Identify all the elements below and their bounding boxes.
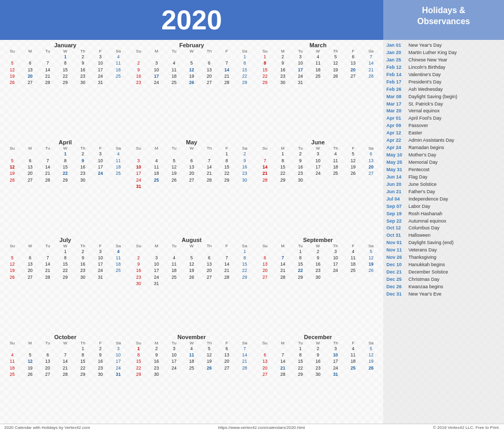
cal-day: 2	[130, 60, 148, 66]
holiday-name: Father's Day	[408, 188, 435, 196]
cal-day: 9	[74, 157, 91, 164]
cal-day: 19	[3, 170, 22, 176]
cal-day: 19	[183, 73, 200, 79]
cal-day: 21	[256, 170, 274, 176]
cal-day: 23	[309, 267, 327, 274]
cal-day: 5	[183, 255, 200, 261]
day-header-w: W	[183, 341, 200, 345]
month-table-june: SuMTuWThFSa12345678910111213141516171819…	[256, 146, 380, 183]
cal-day: 7	[218, 60, 235, 66]
holiday-item: Feb 14Valentine's Day	[386, 71, 501, 79]
day-header-f: F	[92, 146, 109, 151]
cal-day: 19	[362, 261, 380, 267]
cal-day	[256, 151, 274, 157]
cal-day: 4	[165, 60, 183, 66]
cal-day: 16	[274, 67, 291, 73]
cal-day: 12	[3, 67, 22, 73]
cal-day: 18	[344, 261, 362, 267]
day-header-w: W	[183, 49, 200, 54]
cal-day: 6	[22, 60, 39, 66]
cal-day: 20	[201, 267, 218, 274]
cal-day: 19	[201, 358, 218, 364]
cal-day	[92, 177, 109, 183]
cal-day: 22	[57, 73, 74, 79]
cal-day: 1	[236, 54, 254, 60]
cal-day	[109, 177, 128, 183]
cal-day: 5	[3, 255, 22, 261]
day-header-su: Su	[256, 244, 274, 248]
cal-day: 17	[291, 67, 309, 73]
holiday-name: Valentine's Day	[408, 71, 441, 79]
holiday-name: Flag Day	[408, 174, 427, 181]
cal-day: 30	[309, 371, 327, 377]
holiday-name: Mother's Day	[408, 152, 436, 159]
holiday-name: Daylight Saving (end)	[408, 239, 454, 247]
cal-day	[309, 177, 327, 183]
cal-day: 5	[3, 157, 22, 164]
cal-day: 21	[236, 358, 254, 364]
day-header-m: M	[22, 49, 39, 54]
day-header-tu: Tu	[39, 49, 56, 54]
cal-day: 3	[309, 151, 327, 157]
cal-day: 1	[274, 151, 291, 157]
cal-day: 18	[183, 358, 200, 364]
cal-day: 29	[57, 177, 74, 183]
cal-day: 16	[92, 358, 109, 364]
footer: 2020 Calendar with Holidays by Vertex42.…	[0, 424, 504, 431]
day-header-w: W	[57, 244, 74, 248]
cal-day	[183, 371, 200, 377]
cal-day: 11	[165, 67, 183, 73]
cal-day: 31	[130, 183, 148, 190]
cal-day: 22	[274, 170, 291, 176]
cal-day: 30	[291, 177, 309, 183]
cal-day: 26	[3, 177, 22, 183]
day-header-f: F	[218, 244, 235, 248]
cal-day: 19	[362, 358, 380, 364]
cal-day: 26	[327, 73, 344, 79]
day-header-tu: Tu	[291, 146, 309, 151]
calendar-left: JanuarySuMTuWThFSa1234567891011121314151…	[0, 40, 383, 431]
cal-day: 26	[22, 371, 39, 377]
cal-day: 20	[22, 170, 39, 176]
cal-day: 24	[291, 73, 309, 79]
day-header-tu: Tu	[165, 49, 183, 54]
top-headers: 2020 Holidays &Observances	[0, 0, 504, 40]
holiday-date: Sep 19	[386, 211, 408, 218]
month-title-july: July	[3, 237, 128, 243]
cal-day: 7	[201, 157, 218, 164]
day-header-f: F	[218, 341, 235, 345]
holiday-item: Sep 19Rosh Hashanah	[386, 211, 501, 218]
day-header-f: F	[344, 341, 362, 345]
cal-day: 26	[3, 274, 22, 280]
cal-day: 13	[39, 358, 56, 364]
holiday-item: Mar 20Vernal equinox	[386, 108, 501, 115]
cal-day: 9	[309, 352, 327, 358]
year-header: 2020	[0, 0, 383, 40]
holiday-date: Sep 07	[386, 203, 408, 211]
cal-day: 24	[92, 170, 109, 176]
cal-day: 9	[291, 157, 309, 164]
cal-day	[109, 274, 128, 280]
cal-day: 8	[130, 352, 148, 358]
sidebar-header: Holidays &Observances	[383, 0, 504, 40]
day-header-w: W	[183, 146, 200, 151]
holiday-item: Jun 21Father's Day	[386, 188, 501, 196]
day-header-su: Su	[256, 146, 274, 151]
holiday-item: Sep 22Autumnal equinox	[386, 218, 501, 225]
cal-day: 27	[218, 365, 235, 371]
holiday-name: Ramadan begins	[408, 144, 444, 152]
cal-day: 5	[3, 60, 22, 66]
cal-day	[22, 54, 39, 60]
cal-day: 4	[309, 54, 327, 60]
cal-day: 25	[183, 365, 200, 371]
cal-day: 18	[109, 261, 128, 267]
holiday-item: Mar 17St. Patrick's Day	[386, 101, 501, 108]
cal-day: 1	[130, 345, 148, 352]
holiday-date: May 31	[386, 166, 408, 174]
day-header-tu: Tu	[291, 244, 309, 248]
cal-day	[39, 54, 56, 60]
cal-day	[130, 54, 148, 60]
cal-day: 10	[92, 255, 109, 261]
cal-day: 6	[256, 255, 274, 261]
cal-day: 14	[274, 358, 291, 364]
